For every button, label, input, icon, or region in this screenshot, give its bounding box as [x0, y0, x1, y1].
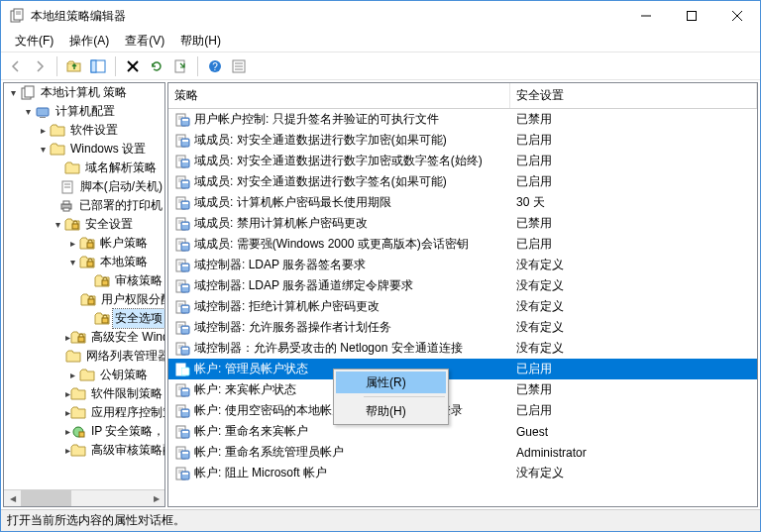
tree-item[interactable]: ▸应用程序控制策略 — [4, 403, 164, 422]
export-button[interactable] — [169, 55, 191, 77]
policy-icon — [174, 278, 190, 294]
policy-row[interactable]: 域成员: 对安全通道数据进行数字签名(如果可能)已启用 — [168, 171, 757, 192]
scroll-track[interactable] — [21, 490, 148, 506]
policy-row[interactable]: 帐户: 阻止 Microsoft 帐户没有定义 — [168, 463, 757, 483]
show-hide-tree-button[interactable] — [87, 55, 109, 77]
tree-item[interactable]: ▸软件设置 — [4, 121, 164, 140]
policy-row[interactable]: 帐户: 管理员帐户状态已启用 — [168, 359, 757, 379]
folder-icon — [70, 386, 86, 402]
policy-row[interactable]: 域控制器：允许易受攻击的 Netlogon 安全通道连接没有定义 — [168, 338, 757, 359]
policy-icon — [174, 382, 190, 398]
svg-rect-83 — [182, 285, 188, 287]
tree-item[interactable]: 安全选项 — [4, 309, 164, 328]
close-button[interactable] — [714, 1, 760, 31]
svg-rect-33 — [102, 280, 108, 285]
tree-item[interactable]: ▾本地计算机 策略 — [4, 83, 164, 102]
tree-item[interactable]: 域名解析策略 — [4, 159, 164, 177]
svg-rect-118 — [182, 431, 188, 433]
menu-help[interactable]: 帮助(H) — [172, 31, 229, 52]
properties-button[interactable] — [228, 55, 250, 77]
list-body[interactable]: 用户帐户控制: 只提升签名并验证的可执行文件已禁用域成员: 对安全通道数据进行数… — [168, 109, 757, 506]
tree-item[interactable]: ▸公钥策略 — [4, 366, 164, 384]
tree-item[interactable]: 网络列表管理器策略 — [4, 347, 164, 366]
tree-twisty[interactable]: ▾ — [51, 219, 64, 230]
tree-item[interactable]: 审核策略 — [4, 271, 164, 290]
svg-rect-35 — [102, 318, 108, 323]
cell-security-setting: 没有定义 — [510, 465, 757, 481]
policy-row[interactable]: 域控制器: 允许服务器操作者计划任务没有定义 — [168, 317, 757, 338]
context-menu-properties[interactable]: 属性(R) — [336, 372, 446, 393]
tree-twisty[interactable]: ▾ — [21, 106, 35, 117]
minimize-button[interactable] — [623, 1, 669, 31]
tree-item[interactable]: ▾安全设置 — [4, 215, 164, 234]
tree-view[interactable]: ▾本地计算机 策略▾计算机配置▸软件设置▾Windows 设置域名解析策略脚本(… — [4, 83, 164, 489]
tree-twisty[interactable]: ▾ — [36, 144, 50, 155]
policy-row[interactable]: 用户帐户控制: 只提升签名并验证的可执行文件已禁用 — [168, 109, 757, 130]
policy-row[interactable]: 帐户: 重命名来宾帐户Guest — [168, 421, 757, 442]
list-header: 策略 安全设置 — [168, 83, 757, 109]
tree-item-label: 软件设置 — [68, 121, 120, 140]
cell-security-setting: 没有定义 — [510, 298, 757, 315]
column-header-policy[interactable]: 策略 — [168, 83, 510, 108]
cell-security-setting: 已启用 — [510, 132, 757, 149]
policy-row[interactable]: 帐户: 使用空密码的本地帐户只允许进行控制台登录已启用 — [168, 400, 757, 421]
tree-item[interactable]: ▸IP 安全策略，在 本地计算机 — [4, 422, 164, 441]
policy-row[interactable]: 域成员: 对安全通道数据进行数字加密(如果可能)已启用 — [168, 130, 757, 151]
cell-security-setting: 已启用 — [510, 173, 757, 190]
tree-twisty[interactable]: ▸ — [65, 370, 79, 380]
up-level-button[interactable] — [63, 55, 85, 77]
folder-icon — [50, 123, 65, 139]
policy-icon — [174, 299, 190, 315]
policy-row[interactable]: 域成员: 需要强(Windows 2000 或更高版本)会话密钥已启用 — [168, 234, 757, 255]
tree-item-label: 公钥策略 — [98, 366, 150, 384]
tree-twisty[interactable]: ▾ — [65, 257, 79, 267]
tree-item[interactable]: ▾Windows 设置 — [4, 140, 164, 159]
policy-row[interactable]: 帐户: 重命名系统管理员帐户Administrator — [168, 442, 757, 463]
tree-item[interactable]: ▸软件限制策略 — [4, 384, 164, 403]
maximize-button[interactable] — [669, 1, 714, 31]
tree-horizontal-scrollbar[interactable]: ◀ ▶ — [4, 489, 164, 506]
tree-twisty[interactable]: ▸ — [65, 238, 79, 249]
menu-action[interactable]: 操作(A) — [61, 31, 117, 52]
delete-button[interactable] — [122, 55, 144, 77]
policy-icon — [174, 133, 190, 149]
svg-rect-29 — [63, 208, 69, 211]
toolbar-separator — [115, 56, 116, 76]
tree-item[interactable]: ▸帐户策略 — [4, 234, 164, 253]
policy-row[interactable]: 帐户: 来宾帐户状态已禁用 — [168, 379, 757, 400]
tree-item-label: 安全选项 — [113, 309, 164, 328]
tree-twisty[interactable]: ▸ — [36, 125, 50, 136]
tree-twisty[interactable]: ▾ — [6, 87, 20, 98]
menu-file[interactable]: 文件(F) — [7, 31, 61, 52]
svg-rect-68 — [182, 223, 188, 225]
tree-item-label: 已部署的打印机 — [77, 196, 164, 215]
scroll-left-arrow[interactable]: ◀ — [4, 490, 21, 506]
scroll-right-arrow[interactable]: ▶ — [148, 490, 164, 506]
policy-row[interactable]: 域成员: 禁用计算机帐户密码更改已禁用 — [168, 213, 757, 234]
tree-item[interactable]: ▸高级安全 Windows Defender 防火墙 — [4, 328, 164, 347]
nav-back-button[interactable] — [5, 55, 27, 77]
scroll-thumb[interactable] — [21, 490, 71, 506]
policy-row[interactable]: 域控制器: LDAP 服务器通道绑定令牌要求没有定义 — [168, 275, 757, 296]
app-icon — [9, 8, 25, 24]
refresh-button[interactable] — [146, 55, 167, 77]
policy-row[interactable]: 域控制器: LDAP 服务器签名要求没有定义 — [168, 255, 757, 275]
folder-icon — [70, 405, 86, 421]
tree-item[interactable]: 已部署的打印机 — [4, 196, 164, 215]
security-icon — [79, 236, 95, 252]
policy-icon — [174, 216, 190, 232]
policy-row[interactable]: 域成员: 计算机帐户密码最长使用期限30 天 — [168, 192, 757, 213]
tree-item[interactable]: 脚本(启动/关机) — [4, 177, 164, 196]
column-header-setting[interactable]: 安全设置 — [510, 83, 757, 108]
tree-item[interactable]: ▾本地策略 — [4, 253, 164, 271]
tree-item[interactable]: ▸高级审核策略配置 — [4, 441, 164, 460]
list-pane: 策略 安全设置 用户帐户控制: 只提升签名并验证的可执行文件已禁用域成员: 对安… — [167, 82, 758, 507]
help-button[interactable]: ? — [204, 55, 226, 77]
tree-item[interactable]: 用户权限分配 — [4, 290, 164, 309]
policy-row[interactable]: 域控制器: 拒绝计算机帐户密码更改没有定义 — [168, 296, 757, 317]
context-menu-help[interactable]: 帮助(H) — [336, 400, 446, 422]
tree-item[interactable]: ▾计算机配置 — [4, 102, 164, 121]
menu-view[interactable]: 查看(V) — [117, 31, 172, 52]
policy-row[interactable]: 域成员: 对安全通道数据进行数字加密或数字签名(始终)已启用 — [168, 151, 757, 171]
nav-forward-button[interactable] — [29, 55, 51, 77]
